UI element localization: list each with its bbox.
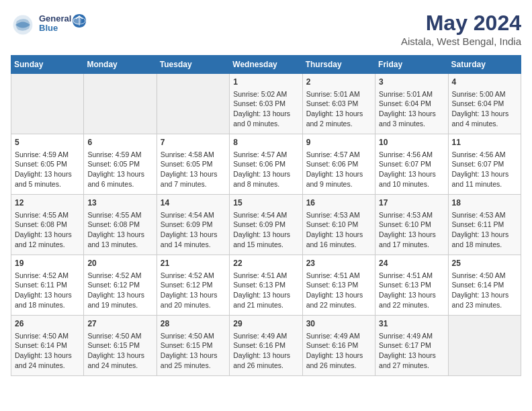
cell-info: Sunrise: 4:58 AM Sunset: 6:05 PM Dayligh… <box>161 150 226 189</box>
cell-info: Sunrise: 4:50 AM Sunset: 6:15 PM Dayligh… <box>161 331 226 371</box>
page-header: General Blue May 2024 Aistala, West Beng… <box>11 11 521 47</box>
cell-info: Sunrise: 4:56 AM Sunset: 6:07 PM Dayligh… <box>379 150 444 189</box>
day-number: 21 <box>161 258 226 269</box>
svg-text:Blue: Blue <box>39 23 58 33</box>
day-number: 26 <box>15 318 80 330</box>
header-cell-monday: Monday <box>84 56 157 74</box>
day-number: 15 <box>233 197 298 209</box>
cell-info: Sunrise: 5:01 AM Sunset: 6:03 PM Dayligh… <box>306 89 371 129</box>
day-cell: 18Sunrise: 4:53 AM Sunset: 6:11 PM Dayli… <box>448 195 521 255</box>
cell-info: Sunrise: 5:02 AM Sunset: 6:03 PM Dayligh… <box>233 89 298 129</box>
cell-info: Sunrise: 4:54 AM Sunset: 6:09 PM Dayligh… <box>233 210 298 250</box>
day-number: 20 <box>87 258 152 269</box>
day-cell: 14Sunrise: 4:54 AM Sunset: 6:09 PM Dayli… <box>157 195 229 255</box>
header-cell-saturday: Saturday <box>448 56 521 74</box>
day-cell: 11Sunrise: 4:56 AM Sunset: 6:07 PM Dayli… <box>448 134 521 195</box>
day-number: 25 <box>452 258 517 269</box>
day-number: 4 <box>452 77 517 88</box>
day-number: 22 <box>233 258 298 269</box>
logo: General Blue <box>11 11 86 39</box>
day-number: 30 <box>306 318 371 330</box>
day-number: 27 <box>87 318 152 330</box>
subtitle: Aistala, West Bengal, India <box>401 36 521 47</box>
header-cell-wednesday: Wednesday <box>230 56 302 74</box>
day-cell <box>448 316 521 376</box>
day-cell: 16Sunrise: 4:53 AM Sunset: 6:10 PM Dayli… <box>302 195 375 255</box>
day-cell: 30Sunrise: 4:49 AM Sunset: 6:16 PM Dayli… <box>302 316 375 376</box>
day-number: 31 <box>379 318 444 330</box>
cell-info: Sunrise: 4:50 AM Sunset: 6:15 PM Dayligh… <box>87 331 152 371</box>
day-cell: 22Sunrise: 4:51 AM Sunset: 6:13 PM Dayli… <box>230 255 302 316</box>
cell-info: Sunrise: 4:59 AM Sunset: 6:05 PM Dayligh… <box>87 150 152 189</box>
day-cell: 20Sunrise: 4:52 AM Sunset: 6:12 PM Dayli… <box>84 255 157 316</box>
header-row: SundayMondayTuesdayWednesdayThursdayFrid… <box>11 56 521 74</box>
day-cell: 6Sunrise: 4:59 AM Sunset: 6:05 PM Daylig… <box>84 134 157 195</box>
day-number: 17 <box>379 197 444 209</box>
day-cell: 31Sunrise: 4:49 AM Sunset: 6:17 PM Dayli… <box>375 316 448 376</box>
day-cell <box>11 74 84 134</box>
day-number: 29 <box>233 318 298 330</box>
cell-info: Sunrise: 4:55 AM Sunset: 6:08 PM Dayligh… <box>87 210 152 250</box>
day-number: 11 <box>452 137 517 148</box>
day-cell: 9Sunrise: 4:57 AM Sunset: 6:06 PM Daylig… <box>302 134 375 195</box>
day-cell: 23Sunrise: 4:51 AM Sunset: 6:13 PM Dayli… <box>302 255 375 316</box>
day-cell: 28Sunrise: 4:50 AM Sunset: 6:15 PM Dayli… <box>157 316 229 376</box>
cell-info: Sunrise: 4:50 AM Sunset: 6:14 PM Dayligh… <box>452 271 517 310</box>
main-title: May 2024 <box>401 11 521 36</box>
day-number: 23 <box>306 258 371 269</box>
cell-info: Sunrise: 4:51 AM Sunset: 6:13 PM Dayligh… <box>379 271 444 310</box>
week-row-1: 5Sunrise: 4:59 AM Sunset: 6:05 PM Daylig… <box>11 134 521 195</box>
calendar-body: 1Sunrise: 5:02 AM Sunset: 6:03 PM Daylig… <box>11 74 521 376</box>
day-number: 5 <box>15 137 80 148</box>
day-cell: 1Sunrise: 5:02 AM Sunset: 6:03 PM Daylig… <box>230 74 302 134</box>
title-block: May 2024 Aistala, West Bengal, India <box>401 11 521 47</box>
day-number: 2 <box>306 77 371 88</box>
day-number: 13 <box>87 197 152 209</box>
day-number: 18 <box>452 197 517 209</box>
day-cell: 3Sunrise: 5:01 AM Sunset: 6:04 PM Daylig… <box>375 74 448 134</box>
day-cell: 17Sunrise: 4:53 AM Sunset: 6:10 PM Dayli… <box>375 195 448 255</box>
day-cell: 12Sunrise: 4:55 AM Sunset: 6:08 PM Dayli… <box>11 195 84 255</box>
week-row-0: 1Sunrise: 5:02 AM Sunset: 6:03 PM Daylig… <box>11 74 521 134</box>
cell-info: Sunrise: 4:59 AM Sunset: 6:05 PM Dayligh… <box>15 150 80 189</box>
day-cell: 2Sunrise: 5:01 AM Sunset: 6:03 PM Daylig… <box>302 74 375 134</box>
cell-info: Sunrise: 4:49 AM Sunset: 6:16 PM Dayligh… <box>233 331 298 371</box>
day-number: 7 <box>161 137 226 148</box>
week-row-3: 19Sunrise: 4:52 AM Sunset: 6:11 PM Dayli… <box>11 255 521 316</box>
cell-info: Sunrise: 4:53 AM Sunset: 6:11 PM Dayligh… <box>452 210 517 250</box>
cell-info: Sunrise: 4:51 AM Sunset: 6:13 PM Dayligh… <box>306 271 371 310</box>
day-cell <box>157 74 229 134</box>
cell-info: Sunrise: 4:52 AM Sunset: 6:12 PM Dayligh… <box>161 271 226 310</box>
day-cell: 10Sunrise: 4:56 AM Sunset: 6:07 PM Dayli… <box>375 134 448 195</box>
day-number: 19 <box>15 258 80 269</box>
cell-info: Sunrise: 4:57 AM Sunset: 6:06 PM Dayligh… <box>233 150 298 189</box>
header-cell-friday: Friday <box>375 56 448 74</box>
cell-info: Sunrise: 4:52 AM Sunset: 6:11 PM Dayligh… <box>15 271 80 310</box>
cell-info: Sunrise: 4:54 AM Sunset: 6:09 PM Dayligh… <box>161 210 226 250</box>
day-cell: 7Sunrise: 4:58 AM Sunset: 6:05 PM Daylig… <box>157 134 229 195</box>
day-cell: 21Sunrise: 4:52 AM Sunset: 6:12 PM Dayli… <box>157 255 229 316</box>
day-cell: 8Sunrise: 4:57 AM Sunset: 6:06 PM Daylig… <box>230 134 302 195</box>
day-cell: 29Sunrise: 4:49 AM Sunset: 6:16 PM Dayli… <box>230 316 302 376</box>
week-row-4: 26Sunrise: 4:50 AM Sunset: 6:14 PM Dayli… <box>11 316 521 376</box>
calendar-table: SundayMondayTuesdayWednesdayThursdayFrid… <box>11 55 521 376</box>
day-number: 24 <box>379 258 444 269</box>
day-number: 3 <box>379 77 444 88</box>
cell-info: Sunrise: 4:53 AM Sunset: 6:10 PM Dayligh… <box>379 210 444 250</box>
logo-icon <box>11 13 35 37</box>
day-number: 9 <box>306 137 371 148</box>
cell-info: Sunrise: 4:56 AM Sunset: 6:07 PM Dayligh… <box>452 150 517 189</box>
day-cell: 19Sunrise: 4:52 AM Sunset: 6:11 PM Dayli… <box>11 255 84 316</box>
cell-info: Sunrise: 5:00 AM Sunset: 6:04 PM Dayligh… <box>452 89 517 129</box>
logo-svg: General Blue <box>39 11 86 39</box>
day-cell: 27Sunrise: 4:50 AM Sunset: 6:15 PM Dayli… <box>84 316 157 376</box>
day-cell: 24Sunrise: 4:51 AM Sunset: 6:13 PM Dayli… <box>375 255 448 316</box>
cell-info: Sunrise: 4:49 AM Sunset: 6:16 PM Dayligh… <box>306 331 371 371</box>
day-number: 16 <box>306 197 371 209</box>
week-row-2: 12Sunrise: 4:55 AM Sunset: 6:08 PM Dayli… <box>11 195 521 255</box>
cell-info: Sunrise: 5:01 AM Sunset: 6:04 PM Dayligh… <box>379 89 444 129</box>
day-cell: 5Sunrise: 4:59 AM Sunset: 6:05 PM Daylig… <box>11 134 84 195</box>
day-cell: 13Sunrise: 4:55 AM Sunset: 6:08 PM Dayli… <box>84 195 157 255</box>
cell-info: Sunrise: 4:51 AM Sunset: 6:13 PM Dayligh… <box>233 271 298 310</box>
header-cell-thursday: Thursday <box>302 56 375 74</box>
